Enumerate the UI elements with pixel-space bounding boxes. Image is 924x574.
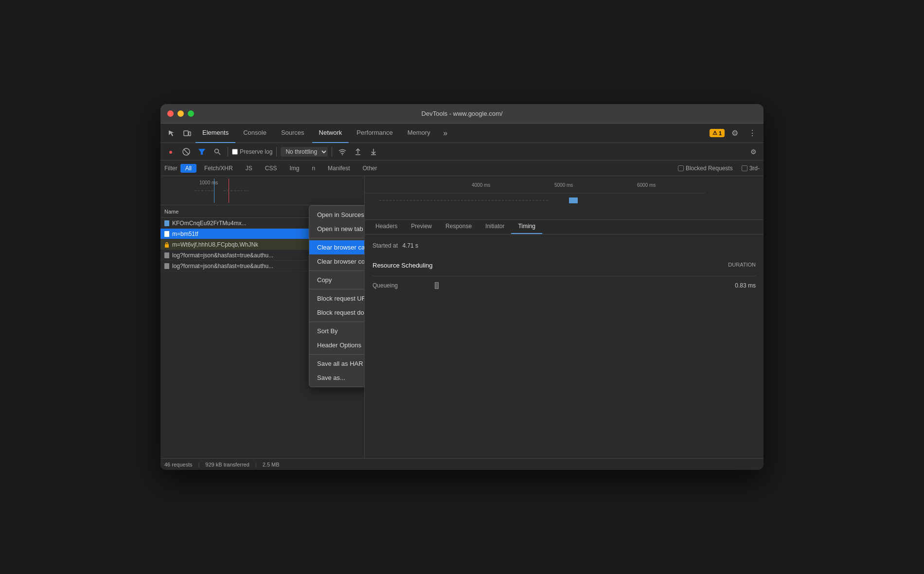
record-button[interactable]: ● bbox=[164, 145, 177, 158]
network-settings-icon[interactable]: ⚙ bbox=[747, 145, 760, 158]
filter-toggle-button[interactable] bbox=[195, 145, 208, 158]
menu-block-domain[interactable]: Block request domain bbox=[309, 305, 365, 320]
request-count: 46 requests bbox=[164, 462, 192, 467]
menu-separator-5 bbox=[309, 354, 365, 355]
preserve-log-checkbox[interactable]: Preserve log bbox=[232, 148, 272, 155]
devtools-window: DevTools - www.google.com/ Elements Cons… bbox=[160, 104, 764, 470]
resource-scheduling-header: Resource Scheduling DURATION bbox=[373, 256, 756, 276]
status-divider-1: | bbox=[198, 462, 199, 467]
filter-bar: Filter All Fetch/XHR JS CSS Img n Manife… bbox=[160, 161, 764, 176]
menu-block-url[interactable]: Block request URL bbox=[309, 291, 365, 305]
menu-clear-cache[interactable]: Clear browser cache bbox=[309, 240, 365, 254]
menu-save-har[interactable]: Save all as HAR with content bbox=[309, 357, 365, 371]
more-tabs-icon[interactable]: » bbox=[438, 126, 453, 141]
svg-point-5 bbox=[215, 149, 219, 153]
notification-badge[interactable]: ⚠ 1 bbox=[710, 129, 725, 137]
tab-timing[interactable]: Timing bbox=[511, 219, 542, 234]
tab-elements[interactable]: Elements bbox=[195, 124, 235, 143]
timeline-blue-line bbox=[214, 179, 214, 203]
svg-marker-4 bbox=[198, 149, 205, 155]
timeline-dashes bbox=[160, 176, 364, 205]
traffic-lights bbox=[167, 110, 194, 117]
tab-console[interactable]: Console bbox=[236, 124, 273, 143]
svg-rect-16 bbox=[165, 244, 169, 248]
devtools-navbar: Elements Console Sources Network Perform… bbox=[160, 124, 764, 143]
filter-all[interactable]: All bbox=[180, 164, 196, 173]
network-toolbar: ● Preserve log No throttling bbox=[160, 143, 764, 161]
device-toggle-icon[interactable] bbox=[180, 126, 195, 141]
menu-separator-4 bbox=[309, 322, 365, 322]
download-icon[interactable] bbox=[367, 145, 380, 158]
menu-separator-2 bbox=[309, 270, 365, 271]
blocked-requests-filter[interactable]: Blocked Requests bbox=[678, 165, 733, 172]
upload-icon[interactable] bbox=[352, 145, 364, 158]
more-options-icon[interactable]: ⋮ bbox=[745, 126, 760, 141]
tab-response[interactable]: Response bbox=[439, 219, 479, 234]
menu-open-new-tab[interactable]: Open in new tab bbox=[309, 222, 365, 236]
panel-tabs: Headers Preview Response Initiator Timin… bbox=[365, 220, 764, 234]
row-doc-icon bbox=[163, 220, 170, 227]
tab-sources[interactable]: Sources bbox=[274, 124, 311, 143]
svg-rect-14 bbox=[164, 220, 169, 226]
tab-memory[interactable]: Memory bbox=[401, 124, 437, 143]
svg-point-7 bbox=[342, 154, 343, 155]
svg-rect-15 bbox=[164, 231, 169, 237]
minimize-button[interactable] bbox=[178, 110, 184, 117]
toolbar-divider-3 bbox=[332, 147, 332, 157]
toolbar-divider-2 bbox=[276, 147, 277, 157]
filter-label: Filter bbox=[164, 165, 178, 172]
filter-css[interactable]: CSS bbox=[260, 164, 282, 173]
row-lock-icon bbox=[163, 241, 170, 248]
svg-rect-0 bbox=[184, 131, 188, 136]
network-list-panel: 1000 ms Name KFOmCnqEu92FrTMu4mx... bbox=[160, 176, 365, 458]
tab-preview[interactable]: Preview bbox=[404, 219, 439, 234]
queueing-row: Queueing 0.83 ms bbox=[373, 279, 756, 292]
timeline-red-line bbox=[229, 179, 229, 203]
filter-n[interactable]: n bbox=[307, 164, 320, 173]
filter-fetch-xhr[interactable]: Fetch/XHR bbox=[199, 164, 238, 173]
tab-performance[interactable]: Performance bbox=[350, 124, 399, 143]
filter-manifest[interactable]: Manifest bbox=[323, 164, 355, 173]
tab-network[interactable]: Network bbox=[312, 124, 349, 143]
svg-rect-17 bbox=[164, 252, 169, 258]
tab-initiator[interactable]: Initiator bbox=[479, 219, 511, 234]
blocked-requests-checkbox[interactable] bbox=[678, 165, 684, 171]
close-button[interactable] bbox=[167, 110, 174, 117]
maximize-button[interactable] bbox=[188, 110, 194, 117]
menu-separator-3 bbox=[309, 289, 365, 289]
menu-clear-cookies[interactable]: Clear browser cookies bbox=[309, 254, 365, 269]
right-timeline: 4000 ms 5000 ms 6000 ms bbox=[365, 176, 764, 220]
menu-copy[interactable]: Copy › bbox=[309, 273, 365, 287]
clear-button[interactable] bbox=[180, 145, 193, 158]
menu-header-options[interactable]: Header Options › bbox=[309, 338, 365, 352]
queueing-bar bbox=[435, 282, 439, 289]
wifi-icon[interactable] bbox=[336, 145, 349, 158]
menu-save-as[interactable]: Save as... bbox=[309, 371, 365, 385]
row-doc-icon bbox=[163, 252, 170, 259]
row-doc-icon bbox=[163, 263, 170, 269]
tab-headers[interactable]: Headers bbox=[369, 219, 404, 234]
element-picker-icon[interactable] bbox=[164, 126, 179, 141]
third-party-filter[interactable]: 3rd- bbox=[742, 165, 760, 172]
timeline-bar: 1000 ms bbox=[160, 176, 364, 205]
transferred-size: 929 kB transferred bbox=[205, 462, 249, 467]
search-button[interactable] bbox=[211, 145, 224, 158]
menu-open-sources[interactable]: Open in Sources panel bbox=[309, 208, 365, 222]
row-doc-icon bbox=[163, 231, 170, 237]
svg-line-3 bbox=[184, 149, 189, 154]
filter-img[interactable]: Img bbox=[284, 164, 304, 173]
svg-text:6000 ms: 6000 ms bbox=[637, 182, 656, 188]
nav-right-actions: ⚠ 1 ⚙ ⋮ bbox=[710, 126, 760, 141]
settings-icon[interactable]: ⚙ bbox=[728, 126, 742, 141]
total-size: 2.5 MB bbox=[263, 462, 280, 467]
svg-text:4000 ms: 4000 ms bbox=[472, 182, 490, 188]
titlebar: DevTools - www.google.com/ bbox=[160, 104, 764, 124]
third-party-checkbox[interactable] bbox=[742, 165, 747, 171]
status-bar: 46 requests | 929 kB transferred | 2.5 M… bbox=[160, 458, 764, 470]
throttle-select[interactable]: No throttling bbox=[281, 147, 328, 157]
filter-js[interactable]: JS bbox=[241, 164, 257, 173]
svg-rect-1 bbox=[189, 132, 191, 136]
filter-other[interactable]: Other bbox=[357, 164, 382, 173]
name-column-header[interactable]: Name bbox=[164, 209, 178, 215]
menu-sort-by[interactable]: Sort By › bbox=[309, 324, 365, 338]
